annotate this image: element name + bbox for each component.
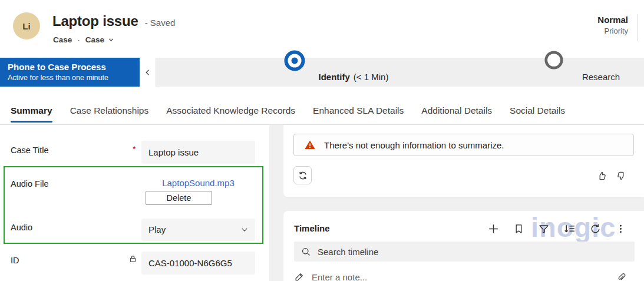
form-selector[interactable]: Case (85, 35, 114, 44)
tab-additional-details[interactable]: Additional Details (421, 97, 492, 124)
save-status: - Saved (145, 18, 176, 28)
stage-inactive-icon (544, 50, 564, 70)
tab-summary[interactable]: Summary (11, 97, 52, 124)
form-selector-label: Case (85, 35, 104, 44)
note-input[interactable]: Enter a note... (294, 272, 367, 281)
entity-label: Case (53, 35, 72, 44)
audio-selected-option: Play (148, 224, 166, 234)
audio-select[interactable]: Play (141, 219, 255, 241)
avatar: Li (13, 12, 40, 39)
timeline-title: Timeline (294, 223, 330, 233)
stage-name: Research (582, 72, 620, 82)
summary-warning: There's not enough information to summar… (293, 134, 634, 156)
audio-label: Audio (11, 223, 32, 232)
form-body: Case Title * Laptop issue Audio File Lap… (0, 125, 644, 281)
stage-name: Identify (319, 72, 350, 82)
general-section: Case Title * Laptop issue Audio File Lap… (0, 125, 269, 281)
lock-icon (128, 254, 137, 263)
case-title-field[interactable]: Laptop issue (141, 141, 255, 164)
timeline-card: inogic Timeline (283, 211, 644, 281)
warning-message: There's not enough information to summar… (324, 140, 504, 150)
collapse-process-button[interactable] (140, 58, 156, 87)
warning-icon (304, 139, 316, 151)
sort-icon[interactable] (563, 223, 576, 235)
case-title-label: Case Title (11, 146, 48, 155)
regenerate-summary-button[interactable] (293, 166, 312, 184)
delete-file-button[interactable]: Delete (146, 191, 212, 205)
priority-value: Normal (597, 15, 628, 25)
more-options-icon[interactable] (615, 223, 626, 234)
tab-case-relationships[interactable]: Case Relationships (70, 97, 149, 124)
page-title: Laptop issue (52, 13, 138, 29)
audio-file-link[interactable]: LaptopSound.mp3 (141, 178, 255, 188)
chevron-left-icon (144, 68, 152, 77)
timeline-toolbar (487, 223, 626, 235)
business-process-flow-bar: Phone to Case Process Active for less th… (0, 58, 644, 87)
sync-icon (298, 170, 308, 181)
stage-duration: (< 1 Min) (354, 72, 389, 82)
thumbs-up-icon[interactable] (597, 170, 608, 181)
paperclip-icon[interactable] (616, 272, 626, 281)
priority-label: Priority (597, 27, 628, 35)
id-field[interactable]: CAS-01000-N6G6G5 (141, 252, 255, 275)
note-placeholder: Enter a note... (312, 272, 367, 281)
search-icon (301, 247, 311, 257)
process-name: Phone to Case Process (8, 61, 140, 73)
process-status: Active for less than one minute (8, 73, 140, 83)
pencil-icon (294, 272, 305, 281)
timeline-search-input[interactable]: Search timeline (294, 242, 635, 262)
required-marker: * (133, 144, 136, 154)
record-header: Li Laptop issue - Saved Case · Case Norm… (0, 0, 644, 53)
bookmark-icon[interactable] (513, 223, 524, 234)
add-record-icon[interactable] (487, 223, 500, 235)
separator: · (77, 35, 80, 44)
refresh-icon[interactable] (589, 223, 602, 235)
form-tabs: Summary Case Relationships Associated Kn… (0, 97, 644, 124)
case-summary-card: There's not enough information to summar… (283, 125, 644, 197)
chevron-down-icon (240, 226, 249, 234)
id-label: ID (11, 256, 19, 265)
chevron-down-icon (108, 37, 114, 43)
search-placeholder: Search timeline (318, 247, 378, 257)
process-name-box[interactable]: Phone to Case Process Active for less th… (0, 58, 140, 87)
header-divider (637, 14, 638, 41)
filter-icon[interactable] (538, 223, 550, 235)
tab-social-details[interactable]: Social Details (510, 97, 565, 124)
audio-file-label: Audio File (11, 179, 48, 189)
thumbs-down-icon[interactable] (615, 170, 626, 181)
tab-enhanced-sla-details[interactable]: Enhanced SLA Details (313, 97, 404, 124)
stage-active-icon (284, 50, 305, 71)
tab-associated-knowledge-records[interactable]: Associated Knowledge Records (166, 97, 295, 124)
